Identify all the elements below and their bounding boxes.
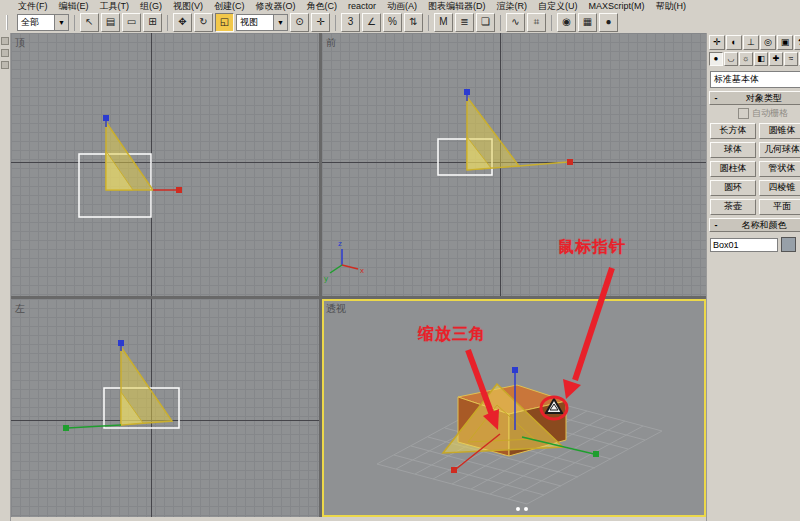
menu-animation[interactable]: 动画(A) xyxy=(387,0,417,12)
box-button[interactable]: 长方体 xyxy=(710,123,756,139)
material-editor-icon[interactable]: ◉ xyxy=(557,13,576,32)
menu-maxscript[interactable]: MAXScript(M) xyxy=(589,1,645,11)
menu-views[interactable]: 视图(V) xyxy=(173,0,203,12)
viewport-left-label[interactable]: 左 xyxy=(15,302,25,316)
dock-handle-icon[interactable] xyxy=(1,49,9,57)
tab-utilities-icon[interactable]: ⚒ xyxy=(794,35,800,50)
align-icon[interactable]: ≣ xyxy=(455,13,474,32)
teapot-button[interactable]: 茶壶 xyxy=(710,199,756,215)
viewport-left[interactable]: 左 xyxy=(11,299,319,517)
toolbar-grip-handle[interactable] xyxy=(6,15,11,30)
chevron-down-icon[interactable]: ▼ xyxy=(54,15,68,30)
render-setup-icon[interactable]: ▦ xyxy=(578,13,597,32)
object-name-field[interactable] xyxy=(710,238,778,252)
menu-group[interactable]: 组(G) xyxy=(140,0,162,12)
angle-snap-icon[interactable]: ∠ xyxy=(362,13,381,32)
gizmo-x-axis[interactable] xyxy=(519,162,568,166)
use-pivot-center-icon[interactable]: ⊙ xyxy=(290,13,309,32)
primitive-type-dropdown[interactable]: 标准基本体 ▼ xyxy=(710,71,800,88)
category-cameras-icon[interactable]: ◧ xyxy=(754,52,768,66)
category-spacewarps-icon[interactable]: ≈ xyxy=(784,52,798,66)
autogrid-label: 自动栅格 xyxy=(752,107,788,120)
select-object-icon[interactable]: ↖ xyxy=(80,13,99,32)
gizmo-z-handle[interactable] xyxy=(512,367,518,373)
gizmo-x-handle[interactable] xyxy=(451,467,457,473)
tripod-z-label: z xyxy=(338,239,342,248)
viewport-front-label[interactable]: 前 xyxy=(326,36,336,50)
select-and-move-icon[interactable]: ✥ xyxy=(173,13,192,32)
menu-modifiers[interactable]: 修改器(O) xyxy=(256,0,296,12)
gizmo-x-handle[interactable] xyxy=(567,159,573,165)
menu-help[interactable]: 帮助(H) xyxy=(656,0,687,12)
select-and-manipulate-icon[interactable]: ✛ xyxy=(311,13,330,32)
category-helpers-icon[interactable]: ✚ xyxy=(769,52,783,66)
viewport-perspective-label[interactable]: 透视 xyxy=(326,302,346,316)
plane-button[interactable]: 平面 xyxy=(759,199,800,215)
gizmo-z-handle[interactable] xyxy=(464,89,470,95)
viewport-perspective[interactable]: 透视 xyxy=(322,299,706,517)
viewport-front[interactable]: 前 z x y xyxy=(322,33,706,296)
mirror-icon[interactable]: M xyxy=(434,13,453,32)
tube-button[interactable]: 管状体 xyxy=(759,161,800,177)
menu-reactor[interactable]: reactor xyxy=(348,1,376,11)
named-selection-icon[interactable]: ❏ xyxy=(476,13,495,32)
reference-coordinate-dropdown[interactable]: 视图 ▼ xyxy=(236,14,288,31)
dock-handle-icon[interactable] xyxy=(1,37,9,45)
3dsmax-window: 文件(F) 编辑(E) 工具(T) 组(G) 视图(V) 创建(C) 修改器(O… xyxy=(0,0,800,521)
category-geometry-icon[interactable]: ● xyxy=(709,52,723,66)
menu-graph-editors[interactable]: 图表编辑器(D) xyxy=(428,0,486,12)
tab-display-icon[interactable]: ▣ xyxy=(777,35,793,50)
quick-render-icon[interactable]: ● xyxy=(599,13,618,32)
rect-selection-region-icon[interactable]: ▭ xyxy=(122,13,141,32)
geosphere-button[interactable]: 几何球体 xyxy=(759,142,800,158)
viewport-top-label[interactable]: 顶 xyxy=(15,36,25,50)
spinner-snap-icon[interactable]: ⇅ xyxy=(404,13,423,32)
window-crossing-icon[interactable]: ⊞ xyxy=(143,13,162,32)
menu-tools[interactable]: 工具(T) xyxy=(100,0,130,12)
category-lights-icon[interactable]: ☼ xyxy=(739,52,753,66)
category-shapes-icon[interactable]: ◡ xyxy=(724,52,738,66)
menu-file[interactable]: 文件(F) xyxy=(18,0,48,12)
tab-modify-icon[interactable]: ◐ xyxy=(726,35,742,50)
sphere-button[interactable]: 球体 xyxy=(710,142,756,158)
cone-button[interactable]: 圆锥体 xyxy=(759,123,800,139)
toolbar-separator xyxy=(428,15,429,31)
selection-filter-dropdown[interactable]: 全部 ▼ xyxy=(17,14,69,31)
cylinder-button[interactable]: 圆柱体 xyxy=(710,161,756,177)
tab-motion-icon[interactable]: ◎ xyxy=(760,35,776,50)
torus-button[interactable]: 圆环 xyxy=(710,180,756,196)
menu-customize[interactable]: 自定义(U) xyxy=(538,0,578,12)
curve-editor-icon[interactable]: ∿ xyxy=(506,13,525,32)
menu-edit[interactable]: 编辑(E) xyxy=(59,0,89,12)
object-type-rollout[interactable]: - 对象类型 xyxy=(709,91,800,105)
name-color-rollout[interactable]: - 名称和颜色 xyxy=(709,218,800,232)
menu-rendering[interactable]: 渲染(R) xyxy=(497,0,528,12)
primitive-type-value: 标准基本体 xyxy=(711,73,762,86)
collapse-icon[interactable]: - xyxy=(710,220,722,230)
select-and-rotate-icon[interactable]: ↻ xyxy=(194,13,213,32)
gizmo-x-handle[interactable] xyxy=(176,187,182,193)
dock-handle-icon[interactable] xyxy=(1,61,9,69)
tab-hierarchy-icon[interactable]: ⊥ xyxy=(743,35,759,50)
gizmo-y-handle[interactable] xyxy=(63,425,69,431)
menu-create[interactable]: 创建(C) xyxy=(214,0,245,12)
object-color-swatch[interactable] xyxy=(781,237,796,252)
tab-create-icon[interactable]: ✛ xyxy=(709,35,725,50)
select-by-name-icon[interactable]: ▤ xyxy=(101,13,120,32)
viewport-top[interactable]: 顶 xyxy=(11,33,319,296)
gizmo-y-handle[interactable] xyxy=(593,451,599,457)
chevron-down-icon[interactable]: ▼ xyxy=(273,15,287,30)
name-color-rollout-title: 名称和颜色 xyxy=(722,219,800,232)
menu-character[interactable]: 角色(C) xyxy=(307,0,338,12)
create-categories: ● ◡ ☼ ◧ ✚ ≈ ⚙ xyxy=(707,51,800,69)
gizmo-y-handle[interactable] xyxy=(103,115,109,121)
collapse-icon[interactable]: - xyxy=(710,93,722,103)
gizmo-z-handle[interactable] xyxy=(118,340,124,346)
toolbar-separator xyxy=(335,15,336,31)
pyramid-button[interactable]: 四棱锥 xyxy=(759,180,800,196)
percent-snap-icon[interactable]: % xyxy=(383,13,402,32)
select-and-scale-icon[interactable]: ◱ xyxy=(215,13,234,32)
schematic-view-icon[interactable]: ⌗ xyxy=(527,13,546,32)
snap-toggle-icon[interactable]: 3 xyxy=(341,13,360,32)
autogrid-checkbox[interactable] xyxy=(738,108,749,119)
